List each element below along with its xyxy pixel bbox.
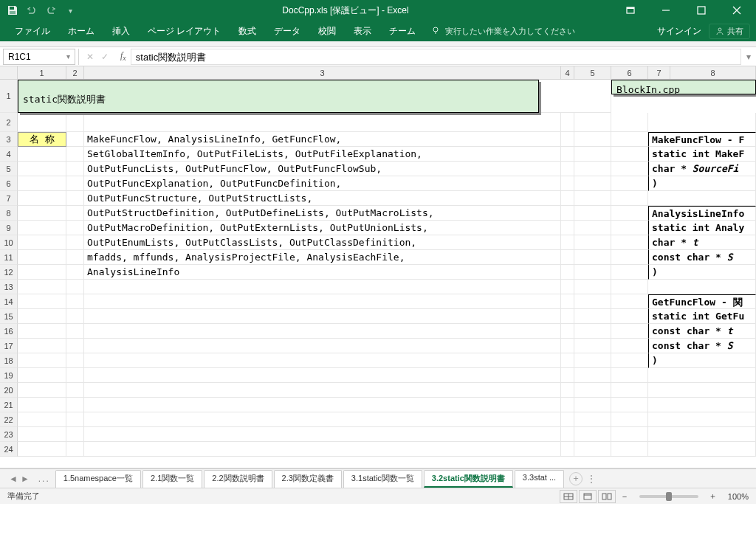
select-all-button[interactable]: [0, 66, 18, 80]
cell[interactable]: [561, 412, 574, 427]
sheet-tab[interactable]: 2.2関数説明書: [204, 470, 272, 488]
column-header[interactable]: 1: [18, 66, 66, 80]
cell[interactable]: [611, 294, 648, 309]
cell[interactable]: [561, 221, 574, 235]
cell[interactable]: [611, 339, 648, 353]
row-header[interactable]: 3: [0, 132, 18, 147]
row-header[interactable]: 21: [0, 398, 18, 412]
row-headers[interactable]: 123456789101112131415161718192021222324: [0, 80, 18, 457]
cell[interactable]: [66, 235, 84, 250]
cell[interactable]: [611, 176, 648, 191]
cell[interactable]: [561, 368, 574, 383]
cell[interactable]: [84, 280, 561, 294]
cell[interactable]: [648, 113, 756, 132]
row-header[interactable]: 22: [0, 412, 18, 427]
cell[interactable]: [66, 132, 84, 147]
column-header[interactable]: 4: [561, 66, 574, 80]
cell[interactable]: [66, 221, 84, 235]
cell[interactable]: [84, 324, 561, 339]
code-preview-cell[interactable]: AnalysisLineInfo: [648, 206, 756, 221]
sheet-tab[interactable]: 3.2static関数説明書: [424, 470, 513, 488]
cell[interactable]: [611, 132, 648, 147]
cell[interactable]: [648, 442, 756, 457]
cell[interactable]: [561, 427, 574, 442]
row-header[interactable]: 8: [0, 206, 18, 221]
cell[interactable]: [574, 235, 611, 250]
cell[interactable]: [561, 265, 574, 280]
row-header[interactable]: 9: [0, 221, 18, 235]
cell[interactable]: [66, 309, 84, 324]
cell[interactable]: [611, 427, 648, 442]
cell[interactable]: [18, 427, 66, 442]
cell[interactable]: [561, 383, 574, 398]
cell[interactable]: [84, 383, 561, 398]
row-header[interactable]: 17: [0, 339, 18, 353]
column-header[interactable]: 8: [670, 66, 756, 80]
zoom-out-button[interactable]: −: [617, 492, 632, 501]
sheet-overflow-left[interactable]: ...: [34, 474, 55, 484]
sheet-tab[interactable]: 2.1関数一覧: [142, 470, 202, 488]
cell[interactable]: [561, 398, 574, 412]
code-preview-cell[interactable]: const char * t: [648, 324, 756, 339]
cell[interactable]: [66, 324, 84, 339]
cell[interactable]: [574, 294, 611, 309]
tab-home[interactable]: ホーム: [59, 21, 103, 41]
cell[interactable]: [66, 353, 84, 368]
cell[interactable]: [611, 221, 648, 235]
cell[interactable]: [574, 280, 611, 294]
column-headers[interactable]: 12345678: [18, 66, 756, 80]
cell[interactable]: [611, 113, 648, 132]
signin-link[interactable]: サインイン: [657, 25, 701, 38]
fx-icon[interactable]: fx: [116, 50, 131, 62]
code-preview-cell[interactable]: ): [648, 176, 756, 191]
cell[interactable]: [561, 206, 574, 221]
cell[interactable]: [66, 162, 84, 176]
page-layout-view-button[interactable]: [579, 490, 597, 503]
code-preview-cell[interactable]: const char * S: [648, 339, 756, 353]
undo-icon[interactable]: [25, 4, 38, 17]
cell[interactable]: [84, 412, 561, 427]
data-cell[interactable]: mfadds, mffunds, AnalysisProjectFile, An…: [84, 250, 561, 265]
data-cell[interactable]: OutPutFuncLists, OutPutFuncFlow, OutPutF…: [84, 162, 561, 176]
row-header[interactable]: 19: [0, 368, 18, 383]
code-preview-cell[interactable]: static int Analy: [648, 221, 756, 235]
cell[interactable]: [648, 368, 756, 383]
cell[interactable]: [574, 309, 611, 324]
cancel-icon[interactable]: ✕: [86, 52, 94, 62]
data-cell[interactable]: OutPutMacroDefinition, OutPutExternLists…: [84, 221, 561, 235]
cell[interactable]: [18, 176, 66, 191]
add-sheet-button[interactable]: ＋: [569, 472, 583, 485]
enter-icon[interactable]: ✓: [101, 52, 109, 62]
cell[interactable]: [66, 442, 84, 457]
cell[interactable]: [84, 442, 561, 457]
data-cell[interactable]: SetGlobalItemInfo, OutPutFileLists, OutP…: [84, 147, 561, 162]
cell[interactable]: [574, 191, 611, 206]
column-header[interactable]: 3: [84, 66, 561, 80]
normal-view-button[interactable]: [560, 490, 577, 503]
cell[interactable]: [561, 280, 574, 294]
sheet-overflow-right[interactable]: ⋮: [583, 474, 602, 484]
row-header[interactable]: 20: [0, 383, 18, 398]
row-header[interactable]: 12: [0, 265, 18, 280]
cell[interactable]: [66, 265, 84, 280]
cell[interactable]: [611, 368, 648, 383]
cell[interactable]: [561, 191, 574, 206]
cell[interactable]: [18, 339, 66, 353]
sheet-tab[interactable]: 3.1static関数一覧: [343, 470, 422, 488]
column-header[interactable]: 6: [611, 66, 648, 80]
cell[interactable]: [66, 191, 84, 206]
cell[interactable]: [611, 398, 648, 412]
cell[interactable]: [611, 280, 648, 294]
data-cell[interactable]: OutPutFuncStructure, OutPutStructLists,: [84, 191, 561, 206]
code-preview-cell[interactable]: ): [648, 353, 756, 368]
cell[interactable]: [574, 353, 611, 368]
cell[interactable]: [18, 250, 66, 265]
row-header[interactable]: 14: [0, 294, 18, 309]
cell[interactable]: [66, 398, 84, 412]
cell[interactable]: [574, 206, 611, 221]
share-button[interactable]: 共有: [709, 24, 750, 39]
tab-page-layout[interactable]: ページ レイアウト: [139, 21, 230, 41]
tab-review[interactable]: 校閲: [309, 21, 345, 41]
tab-insert[interactable]: 挿入: [103, 21, 139, 41]
row-header[interactable]: 24: [0, 442, 18, 457]
